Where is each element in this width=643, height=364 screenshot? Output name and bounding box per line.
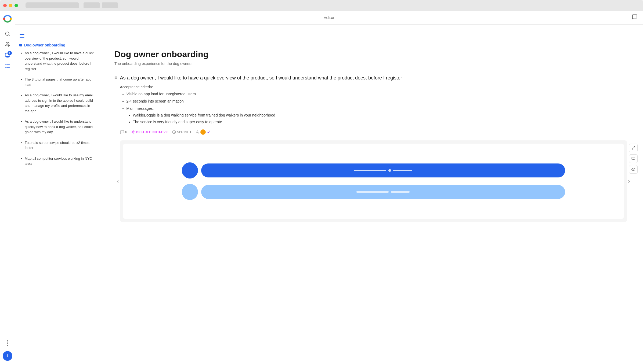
panel-sidebar: Dog owner onboarding As a dog owner , I … <box>15 25 98 364</box>
svg-point-17 <box>197 131 198 132</box>
sidebar-list-icon[interactable] <box>3 61 12 71</box>
vote-count[interactable]: 0 <box>120 130 127 134</box>
tab-item[interactable] <box>84 2 100 8</box>
top-header: Editor <box>15 11 643 25</box>
story-content: As a dog owner , I would like to have a … <box>120 74 627 222</box>
user-story-text: As a dog owner , I would like to have a … <box>120 74 627 82</box>
preview-nav-right[interactable]: › <box>626 175 632 187</box>
tab-bar <box>84 2 118 8</box>
icon-sidebar: 1 + <box>0 11 15 364</box>
sidebar-section-title[interactable]: Dog owner onboarding <box>15 42 98 50</box>
window-chrome <box>0 0 643 11</box>
svg-point-2 <box>6 43 8 45</box>
preview-tools <box>629 144 638 174</box>
preview-nav-left[interactable]: ‹ <box>115 175 121 187</box>
check-circle-icon: ✓ <box>207 129 211 135</box>
criteria-list: Visible on app load for unregistered use… <box>120 91 627 125</box>
initiative-tag[interactable]: DEFAULT INITIATIVE <box>131 130 168 134</box>
preview-dot-1 <box>388 169 391 172</box>
tab-item[interactable] <box>102 2 118 8</box>
criteria-item: 2-4 seconds into screen animation <box>127 99 627 104</box>
hamburger-icon[interactable] <box>19 33 25 40</box>
svg-line-1 <box>8 35 9 36</box>
sidebar-search-icon[interactable] <box>3 29 12 39</box>
assignee-area: ✓ <box>196 129 211 135</box>
preview-line-4 <box>391 191 410 193</box>
preview-line-2 <box>393 170 412 171</box>
criteria-item: Main messages: WalkieDoggie is a dog wal… <box>127 106 627 125</box>
preview-tool-eye[interactable] <box>629 165 638 174</box>
nested-criteria: WalkieDoggie is a dog walking service fr… <box>127 112 627 125</box>
editor-content: Dog owner onboarding The onboarding expe… <box>98 39 643 364</box>
app-logo <box>3 14 12 24</box>
story-subtitle: The onboarding experience for the dog ow… <box>114 61 627 66</box>
story-title: Dog owner onboarding <box>114 49 627 59</box>
list-item[interactable]: The 3 tutorial pages that come up after … <box>25 77 94 87</box>
svg-point-23 <box>633 169 634 170</box>
sidebar-users-icon[interactable] <box>3 40 12 49</box>
nested-criteria-item: The service is very friendly and super e… <box>133 119 627 125</box>
preview-line-1 <box>354 170 386 171</box>
header-title: Editor <box>323 15 335 20</box>
preview-circle-1 <box>182 162 198 179</box>
list-item[interactable]: Tutorials screen swipe should be x2 time… <box>25 140 94 151</box>
nested-criteria-item: WalkieDoggie is a dog walking service fr… <box>133 112 627 118</box>
sidebar-more-icon[interactable] <box>7 340 8 346</box>
avatar-orange <box>200 129 206 135</box>
list-item[interactable]: Map all competitor services working in N… <box>25 156 94 166</box>
preview-container: ‹ › <box>120 140 627 222</box>
sidebar-tasks-icon[interactable]: 1 <box>3 50 12 60</box>
address-bar[interactable] <box>26 2 79 8</box>
tasks-badge: 1 <box>8 51 12 55</box>
preview-tool-expand[interactable] <box>629 144 638 152</box>
story-block: ≡ As a dog owner , I would like to have … <box>114 74 627 222</box>
svg-line-19 <box>632 148 633 149</box>
list-item[interactable]: As a dog owner , I would like to have a … <box>25 50 94 71</box>
svg-line-18 <box>634 147 635 148</box>
svg-marker-15 <box>132 130 135 134</box>
sprint-tag[interactable]: SPRINT 1 <box>172 130 192 134</box>
preview-line-3 <box>356 191 389 193</box>
acceptance-criteria-label: Acceptance criteria: <box>120 85 627 89</box>
list-item[interactable]: As a dog owner , I would like to underst… <box>25 119 94 135</box>
preview-row-2 <box>182 184 565 200</box>
preview-circle-2 <box>182 184 198 200</box>
criteria-item: Visible on app load for unregistered use… <box>127 91 627 97</box>
menu-bar <box>15 29 98 42</box>
main-panel: Editor Dog owner onboarding <box>15 11 643 364</box>
preview-bar-1 <box>201 163 565 177</box>
comment-icon[interactable] <box>632 14 638 21</box>
maximize-button[interactable] <box>15 4 18 7</box>
app-container: 1 + Editor <box>0 11 643 364</box>
preview-tool-device[interactable] <box>629 154 638 163</box>
preview-row-1 <box>182 162 565 179</box>
minimize-button[interactable] <box>9 4 12 7</box>
sidebar-story-list: As a dog owner , I would like to have a … <box>15 50 98 166</box>
list-item[interactable]: As a dog owner, I would like to use my e… <box>25 93 94 114</box>
drag-handle[interactable]: ≡ <box>114 75 117 81</box>
preview-inner <box>123 144 624 219</box>
meta-row: 0 DEFAULT INITIATIVE <box>120 129 627 135</box>
svg-rect-20 <box>632 157 635 159</box>
content-row: Dog owner onboarding As a dog owner , I … <box>15 25 643 364</box>
fab-add-button[interactable]: + <box>3 351 12 361</box>
preview-bar-2 <box>201 185 565 199</box>
close-button[interactable] <box>3 4 7 7</box>
